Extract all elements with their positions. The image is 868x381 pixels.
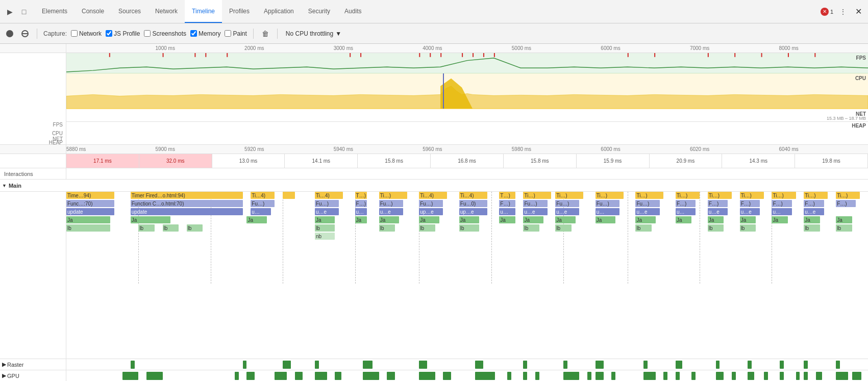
pointer-icon[interactable]: ▶ <box>4 6 15 17</box>
tab-security[interactable]: Security <box>301 0 337 23</box>
clear-button[interactable] <box>19 28 31 39</box>
paint-checkbox-label[interactable]: Paint <box>225 30 246 37</box>
flame-bar[interactable]: Function C…o.html:70) <box>131 200 243 207</box>
flame-bar[interactable]: update <box>131 208 243 215</box>
error-badge[interactable]: ✕ 1 <box>821 8 833 16</box>
gpu-label[interactable]: ▶ GPU <box>0 370 66 381</box>
flame-bar[interactable]: F…) <box>772 200 791 207</box>
main-section-header[interactable]: ▼ Main <box>0 180 868 192</box>
flame-bar[interactable]: u… <box>251 208 270 215</box>
tab-audits[interactable]: Audits <box>337 0 368 23</box>
flame-bar[interactable]: lb <box>523 224 539 232</box>
flame-bar[interactable]: u… <box>355 208 367 215</box>
flame-bar[interactable]: u… <box>499 208 515 215</box>
flame-bar[interactable]: Ti…) <box>635 192 663 199</box>
flame-bar[interactable]: Ja <box>355 216 367 223</box>
flame-bar[interactable]: Ja <box>635 216 655 223</box>
tab-elements[interactable]: Elements <box>35 0 75 23</box>
flame-bar[interactable]: Ti…4) <box>251 192 275 199</box>
flame-bar[interactable]: F…) <box>499 200 515 207</box>
overview-chart[interactable]: FPS CPU NET HEA <box>66 53 868 144</box>
memory-checkbox[interactable] <box>190 30 197 37</box>
flame-bar[interactable]: lb <box>708 224 724 232</box>
flame-bar[interactable]: Fu…) <box>419 200 443 207</box>
flame-bar[interactable]: Fu…) <box>523 200 547 207</box>
flame-bar[interactable]: Ti…) <box>523 192 551 199</box>
flame-bar[interactable]: F…) <box>708 200 728 207</box>
flame-bar[interactable]: Ti…) <box>555 192 583 199</box>
flame-bar[interactable]: Ja <box>459 216 479 223</box>
flame-bar[interactable]: F…) <box>676 200 696 207</box>
flame-bar[interactable]: Func…:70) <box>66 200 114 207</box>
frame-cell[interactable]: 13.0 ms <box>212 154 285 168</box>
flame-bar[interactable]: Fu…) <box>379 200 403 207</box>
more-button[interactable]: ⋮ <box>837 6 849 17</box>
flame-bar[interactable]: update <box>66 208 114 215</box>
record-button[interactable] <box>4 28 15 39</box>
tab-profiles[interactable]: Profiles <box>222 0 257 23</box>
flame-bar[interactable]: Ti…) <box>596 192 624 199</box>
raster-label[interactable]: ▶ Raster <box>0 359 66 370</box>
tab-console[interactable]: Console <box>75 0 111 23</box>
flame-chart[interactable]: Time…94)Timer Fired…o.html:94)Ti…4)Ti…4)… <box>66 192 868 359</box>
tab-sources[interactable]: Sources <box>111 0 148 23</box>
flame-bar[interactable]: F…) <box>836 200 856 207</box>
tab-timeline[interactable]: Timeline <box>185 0 222 23</box>
flame-bar[interactable]: Ti…4) <box>459 192 487 199</box>
flame-bar[interactable]: Fu…) <box>555 200 579 207</box>
gpu-triangle-icon[interactable]: ▶ <box>2 372 6 379</box>
flame-bar[interactable]: T…) <box>355 192 367 199</box>
throttle-dropdown[interactable]: No CPU throttling ▼ <box>284 29 343 38</box>
paint-checkbox[interactable] <box>225 30 231 37</box>
frame-cell[interactable]: 15.8 ms <box>358 154 431 168</box>
overview-area[interactable]: FPS CPU NET HEAP <box>0 53 868 145</box>
flame-bar[interactable]: lb <box>836 224 852 232</box>
main-triangle-icon[interactable]: ▼ <box>2 183 7 188</box>
flame-bar[interactable]: T…) <box>499 192 515 199</box>
flame-bar[interactable]: Ti…) <box>772 192 796 199</box>
flame-bar[interactable]: Ja <box>499 216 515 223</box>
flame-bar[interactable]: Fu…0) <box>459 200 487 207</box>
flame-bar[interactable]: u…e <box>555 208 579 215</box>
flame-bar[interactable]: Ja <box>596 216 615 223</box>
flame-bar[interactable]: lb <box>379 224 395 232</box>
flame-bar[interactable]: u…e <box>708 208 728 215</box>
frame-cell[interactable]: 20.9 ms <box>650 154 723 168</box>
frame-cell[interactable]: 15.8 ms <box>504 154 577 168</box>
flame-bar[interactable]: u…e <box>804 208 824 215</box>
raster-triangle-icon[interactable]: ▶ <box>2 361 6 368</box>
delete-button[interactable]: 🗑 <box>260 28 271 39</box>
flame-bar[interactable]: Ti…) <box>804 192 828 199</box>
js-profile-checkbox[interactable] <box>106 30 112 37</box>
frame-cell[interactable]: 15.9 ms <box>577 154 650 168</box>
flame-bar[interactable]: Ja <box>772 216 787 223</box>
tab-application[interactable]: Application <box>257 0 301 23</box>
frame-cell[interactable]: 19.8 ms <box>795 154 868 168</box>
frame-cell[interactable]: 14.1 ms <box>285 154 358 168</box>
flame-bar[interactable]: Fu…) <box>251 200 275 207</box>
network-checkbox[interactable] <box>71 30 78 37</box>
screenshots-checkbox[interactable] <box>144 30 151 37</box>
flame-bar[interactable]: u… <box>596 208 619 215</box>
flame-bar[interactable]: lb <box>187 224 203 232</box>
inspect-icon[interactable]: □ <box>18 6 30 17</box>
flame-bar[interactable]: Ja <box>131 216 171 223</box>
flame-bar[interactable]: u…e <box>523 208 547 215</box>
flame-bar[interactable]: up…e <box>459 208 487 215</box>
flame-bar[interactable]: Ti…) <box>379 192 407 199</box>
flame-bar[interactable]: Fu…) <box>315 200 339 207</box>
flame-bar[interactable]: up…e <box>419 208 443 215</box>
flame-bar[interactable]: Ja <box>246 216 266 223</box>
flame-bar[interactable] <box>283 192 295 199</box>
flame-bar[interactable]: lb <box>804 224 820 232</box>
flame-bar[interactable]: Ja <box>315 216 335 223</box>
flame-bar[interactable]: lb <box>419 224 435 232</box>
flame-bar[interactable]: lb <box>459 224 479 232</box>
frame-cell[interactable]: 16.8 ms <box>431 154 504 168</box>
flame-bar[interactable]: Ja <box>836 216 852 223</box>
flame-bar[interactable]: Fu…) <box>596 200 619 207</box>
frame-cell[interactable]: 14.3 ms <box>722 154 795 168</box>
flame-bar[interactable]: u…e <box>635 208 659 215</box>
flame-bar[interactable]: Ja <box>676 216 691 223</box>
flame-bar[interactable]: Fu…) <box>635 200 659 207</box>
